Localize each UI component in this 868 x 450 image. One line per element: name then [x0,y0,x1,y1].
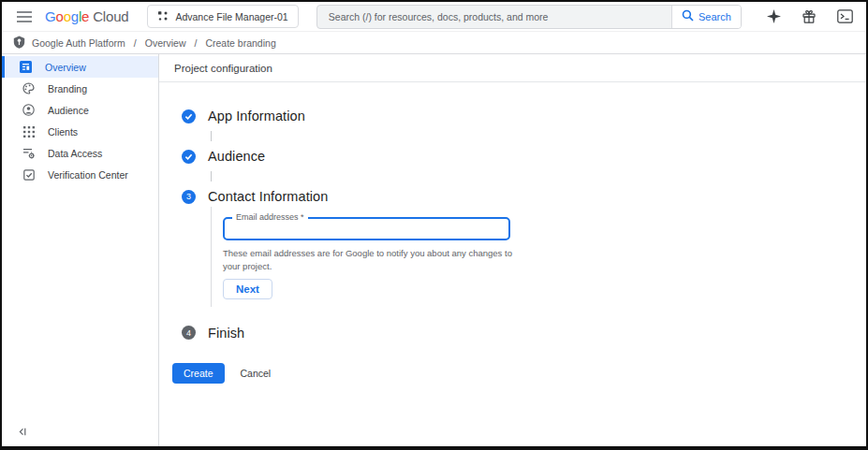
page-title-bar: Project configuration [159,54,866,82]
email-addresses-field: Email addresses * [223,217,510,240]
search-button[interactable]: Search [671,6,741,28]
global-search: Search [316,5,742,29]
breadcrumb-item-overview[interactable]: Overview [145,37,186,49]
breadcrumb-separator: / [195,37,198,49]
sidebar-item-label: Branding [48,83,87,94]
project-icon [157,10,169,23]
sidebar-item-data-access[interactable]: Data Access [2,142,158,164]
form-actions: Create Cancel [172,363,866,384]
cancel-button[interactable]: Cancel [241,368,272,379]
sidebar-item-branding[interactable]: Branding [2,78,158,99]
email-helper-text: These email addresses are for Google to … [223,247,521,273]
main-panel: Project configuration App Information [159,54,866,446]
logo-cloud-text: Cloud [93,8,128,24]
clients-grid-icon [22,126,35,138]
sidebar-item-label: Audience [48,105,89,116]
google-cloud-console-window: Google Cloud Advance File Manager-01 Sea… [0,0,868,450]
search-button-label: Search [699,11,731,22]
logo-letter: o [64,8,71,24]
top-app-bar: Google Cloud Advance File Manager-01 Sea… [2,2,866,31]
branding-palette-icon [22,82,35,94]
email-addresses-input[interactable] [225,219,508,239]
breadcrumb-item-auth-platform[interactable]: Google Auth Platform [32,37,125,49]
sidebar-item-label: Clients [48,126,78,138]
step-title: Finish [208,326,244,341]
hamburger-menu-icon[interactable] [13,6,36,28]
breadcrumb: Google Auth Platform / Overview / Create… [2,31,866,54]
sidebar-item-label: Overview [45,62,86,73]
step-contact-information: 3 Contact Information [182,189,866,204]
step-connector-line [211,131,212,141]
logo-letter: o [55,8,63,24]
page-title: Project configuration [174,63,272,74]
step-audience: Audience [182,149,866,164]
sidebar-item-clients[interactable]: Clients [2,121,158,142]
step-connector-line [211,171,212,181]
project-selector-label: Advance File Manager-01 [175,11,287,22]
auth-platform-shield-icon [13,36,25,51]
sidebar-item-label: Data Access [48,148,102,159]
step-complete-check-icon [182,150,196,164]
gemini-sparkle-icon[interactable] [767,9,781,23]
sidebar-item-overview[interactable]: Overview [2,56,158,78]
topbar-utility-icons [767,9,853,24]
breadcrumb-separator: / [134,37,137,49]
sidebar-item-label: Verification Center [48,169,128,181]
logo-letter: e [81,8,89,24]
left-nav-sidebar: Overview Branding Audience Clients [2,54,159,446]
project-selector-button[interactable]: Advance File Manager-01 [147,5,298,28]
gift-icon[interactable] [802,9,817,24]
breadcrumb-item-create-branding[interactable]: Create branding [205,37,275,49]
logo-letter: g [71,8,79,24]
step-number-badge: 4 [182,326,196,340]
collapse-sidebar-button[interactable] [17,427,28,437]
step-title: Audience [208,149,265,164]
sidebar-item-verification-center[interactable]: Verification Center [2,164,158,185]
cloud-shell-icon[interactable] [837,9,853,23]
step-title: Contact Information [208,189,328,204]
contact-information-form: Email addresses * These email addresses … [211,207,866,307]
sidebar-item-audience[interactable]: Audience [2,99,158,121]
search-input[interactable] [317,6,671,28]
step-complete-check-icon [182,109,196,123]
setup-stepper: App Information Audience 3 Contac [159,82,866,341]
logo-letter: G [45,8,55,24]
search-icon [682,9,694,23]
google-cloud-logo: Google Cloud [45,8,128,24]
step-app-information: App Information [182,109,866,123]
create-button[interactable]: Create [172,363,225,384]
step-finish: 4 Finish [182,326,866,341]
step-title: App Information [208,109,305,123]
project-configuration-content: App Information Audience 3 Contac [159,82,866,446]
audience-person-icon [22,104,35,116]
overview-dashboard-icon [20,61,32,73]
verification-center-icon [22,169,35,181]
next-button[interactable]: Next [223,279,272,299]
data-access-icon [22,147,35,159]
step-number-badge: 3 [182,190,196,204]
